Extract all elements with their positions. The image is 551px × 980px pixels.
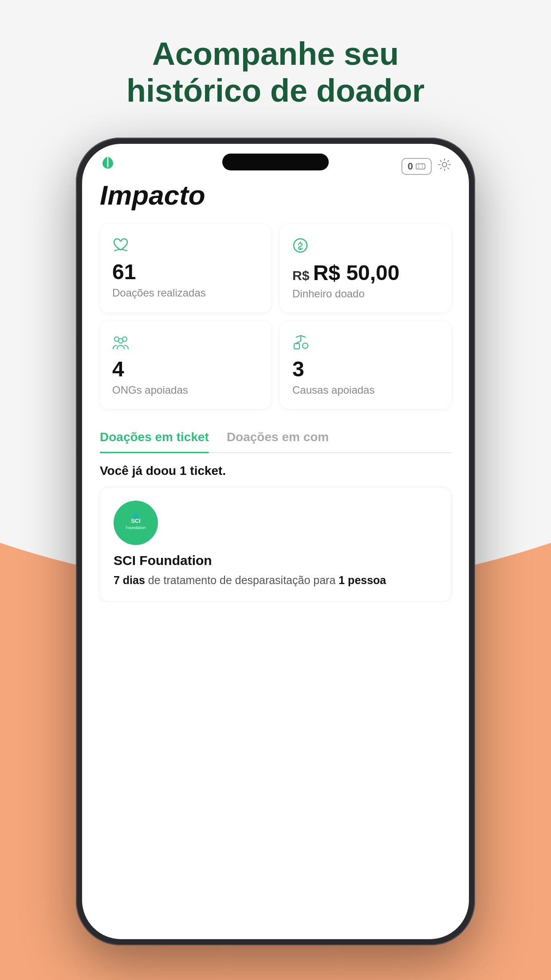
donations-label: Doações realizadas: [112, 287, 259, 299]
ongs-label: ONGs apoiadas: [112, 384, 259, 396]
org-logo: 🌐 SCI Foundation: [114, 501, 158, 545]
page-title: Impacto: [100, 179, 451, 211]
app-logo-icon: [100, 154, 116, 175]
svg-point-7: [303, 343, 308, 348]
causes-label: Causas apoiadas: [292, 384, 439, 396]
phone-wrapper: 0: [76, 138, 475, 945]
ticket-count: 0: [408, 161, 413, 172]
stat-ongs: 4 ONGs apoiadas: [100, 321, 271, 409]
ticket-icon: [416, 161, 425, 172]
svg-point-1: [442, 162, 447, 167]
causes-icon: [292, 335, 439, 353]
ticket-counter[interactable]: 0: [401, 158, 432, 175]
org-description: 7 dias de tratamento de desparasitação p…: [114, 573, 437, 588]
description-suffix: 1 pessoa: [338, 574, 386, 586]
stats-grid: 61 Doações realizadas R$ R$ 50,00: [100, 224, 451, 409]
tab-cash-donations[interactable]: Doações em com: [227, 422, 329, 452]
svg-text:SCI: SCI: [131, 518, 141, 524]
donation-card: 🌐 SCI Foundation SCI Foundation 7 dias d…: [100, 487, 451, 602]
tabs-row: Doações em ticket Doações em com: [100, 422, 451, 453]
stat-causes: 3 Causas apoiadas: [280, 321, 451, 409]
svg-point-2: [294, 239, 307, 252]
dynamic-island: [222, 154, 329, 170]
ongs-icon: [112, 335, 259, 353]
settings-icon[interactable]: [438, 158, 451, 175]
svg-rect-6: [294, 344, 299, 349]
stat-money: R$ R$ 50,00 Dinheiro doado: [280, 224, 451, 312]
phone-frame: 0: [76, 138, 475, 945]
donations-value: 61: [112, 261, 259, 284]
money-value: R$ R$ 50,00: [292, 261, 439, 285]
org-name: SCI Foundation: [114, 553, 437, 568]
svg-text:Foundation: Foundation: [126, 526, 146, 530]
ongs-value: 4: [112, 358, 259, 381]
money-icon: [292, 237, 439, 257]
money-label: Dinheiro doado: [292, 288, 439, 300]
stat-donations: 61 Doações realizadas: [100, 224, 271, 312]
status-left: [100, 154, 116, 175]
donations-icon: [112, 237, 259, 256]
phone-screen: 0: [82, 144, 469, 939]
description-prefix: 7 dias: [114, 574, 145, 586]
status-right: 0: [401, 158, 451, 175]
section-label: Você já doou 1 ticket.: [100, 464, 451, 478]
main-content: Impacto 61 Doações realizadas: [82, 179, 469, 602]
causes-value: 3: [292, 358, 439, 381]
svg-point-5: [118, 339, 123, 343]
tab-ticket-donations[interactable]: Doações em ticket: [100, 422, 209, 452]
page-header: Acompanhe seu histórico de doador: [0, 36, 551, 109]
svg-rect-0: [416, 164, 425, 169]
